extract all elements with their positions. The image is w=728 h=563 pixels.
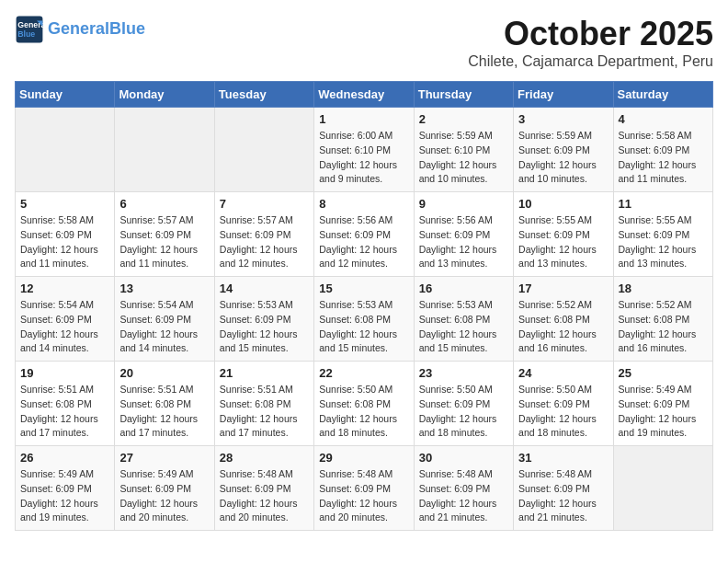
logo: General Blue GeneralBlue xyxy=(15,15,145,44)
day-info: Sunrise: 5:53 AM Sunset: 6:09 PM Dayligh… xyxy=(220,298,309,356)
calendar-day xyxy=(613,446,712,531)
calendar-day: 17Sunrise: 5:52 AM Sunset: 6:08 PM Dayli… xyxy=(514,277,613,362)
day-info: Sunrise: 5:51 AM Sunset: 6:08 PM Dayligh… xyxy=(20,383,109,441)
day-number: 25 xyxy=(619,366,708,380)
col-header-saturday: Saturday xyxy=(613,82,712,108)
calendar-day: 20Sunrise: 5:51 AM Sunset: 6:08 PM Dayli… xyxy=(115,362,214,446)
calendar-day: 3Sunrise: 5:59 AM Sunset: 6:09 PM Daylig… xyxy=(514,108,613,192)
day-info: Sunrise: 5:48 AM Sunset: 6:09 PM Dayligh… xyxy=(220,467,309,525)
calendar-day: 18Sunrise: 5:52 AM Sunset: 6:08 PM Dayli… xyxy=(613,277,712,362)
day-info: Sunrise: 5:49 AM Sunset: 6:09 PM Dayligh… xyxy=(619,383,708,441)
day-info: Sunrise: 6:00 AM Sunset: 6:10 PM Dayligh… xyxy=(319,129,408,187)
calendar-day xyxy=(115,108,214,192)
calendar-day: 15Sunrise: 5:53 AM Sunset: 6:08 PM Dayli… xyxy=(314,277,414,362)
day-number: 17 xyxy=(518,282,608,295)
calendar-week-3: 12Sunrise: 5:54 AM Sunset: 6:09 PM Dayli… xyxy=(16,277,713,362)
calendar-day: 2Sunrise: 5:59 AM Sunset: 6:10 PM Daylig… xyxy=(414,108,513,192)
day-number: 15 xyxy=(319,282,408,295)
logo-icon: General Blue xyxy=(15,15,44,44)
day-info: Sunrise: 5:56 AM Sunset: 6:09 PM Dayligh… xyxy=(419,213,508,271)
col-header-wednesday: Wednesday xyxy=(314,82,414,108)
calendar-day xyxy=(16,108,115,192)
day-info: Sunrise: 5:56 AM Sunset: 6:09 PM Dayligh… xyxy=(319,213,408,271)
day-info: Sunrise: 5:54 AM Sunset: 6:09 PM Dayligh… xyxy=(119,298,209,356)
day-info: Sunrise: 5:59 AM Sunset: 6:10 PM Dayligh… xyxy=(419,129,508,187)
calendar-day: 22Sunrise: 5:50 AM Sunset: 6:08 PM Dayli… xyxy=(314,362,414,446)
calendar-day: 4Sunrise: 5:58 AM Sunset: 6:09 PM Daylig… xyxy=(613,108,712,192)
day-number: 9 xyxy=(419,197,508,211)
col-header-tuesday: Tuesday xyxy=(214,82,313,108)
day-number: 1 xyxy=(319,112,408,126)
day-info: Sunrise: 5:50 AM Sunset: 6:09 PM Dayligh… xyxy=(419,383,508,441)
col-header-monday: Monday xyxy=(115,82,214,108)
logo-line1: General xyxy=(48,19,109,38)
calendar-day: 29Sunrise: 5:48 AM Sunset: 6:09 PM Dayli… xyxy=(314,446,414,531)
day-number: 12 xyxy=(20,282,109,295)
day-info: Sunrise: 5:50 AM Sunset: 6:08 PM Dayligh… xyxy=(319,383,408,441)
day-info: Sunrise: 5:52 AM Sunset: 6:08 PM Dayligh… xyxy=(619,298,708,356)
calendar-day: 10Sunrise: 5:55 AM Sunset: 6:09 PM Dayli… xyxy=(514,192,613,277)
day-number: 3 xyxy=(518,112,608,126)
day-info: Sunrise: 5:59 AM Sunset: 6:09 PM Dayligh… xyxy=(518,129,608,187)
page-header: General Blue GeneralBlue October 2025 Ch… xyxy=(15,15,713,70)
calendar-day xyxy=(214,108,313,192)
calendar-week-2: 5Sunrise: 5:58 AM Sunset: 6:09 PM Daylig… xyxy=(16,192,713,277)
day-number: 20 xyxy=(119,366,209,380)
day-info: Sunrise: 5:51 AM Sunset: 6:08 PM Dayligh… xyxy=(119,383,209,441)
logo-text: GeneralBlue xyxy=(48,20,145,39)
calendar-week-1: 1Sunrise: 6:00 AM Sunset: 6:10 PM Daylig… xyxy=(16,108,713,192)
calendar-table: SundayMondayTuesdayWednesdayThursdayFrid… xyxy=(15,81,713,531)
calendar-day: 14Sunrise: 5:53 AM Sunset: 6:09 PM Dayli… xyxy=(214,277,313,362)
calendar-day: 8Sunrise: 5:56 AM Sunset: 6:09 PM Daylig… xyxy=(314,192,414,277)
calendar-subtitle: Chilete, Cajamarca Department, Peru xyxy=(468,53,713,70)
day-number: 21 xyxy=(220,366,309,380)
day-info: Sunrise: 5:48 AM Sunset: 6:09 PM Dayligh… xyxy=(419,467,508,525)
col-header-friday: Friday xyxy=(514,82,613,108)
calendar-day: 13Sunrise: 5:54 AM Sunset: 6:09 PM Dayli… xyxy=(115,277,214,362)
calendar-day: 6Sunrise: 5:57 AM Sunset: 6:09 PM Daylig… xyxy=(115,192,214,277)
day-info: Sunrise: 5:49 AM Sunset: 6:09 PM Dayligh… xyxy=(119,467,209,525)
calendar-week-4: 19Sunrise: 5:51 AM Sunset: 6:08 PM Dayli… xyxy=(16,362,713,446)
calendar-day: 12Sunrise: 5:54 AM Sunset: 6:09 PM Dayli… xyxy=(16,277,115,362)
day-info: Sunrise: 5:54 AM Sunset: 6:09 PM Dayligh… xyxy=(20,298,109,356)
day-info: Sunrise: 5:55 AM Sunset: 6:09 PM Dayligh… xyxy=(619,213,708,271)
calendar-day: 26Sunrise: 5:49 AM Sunset: 6:09 PM Dayli… xyxy=(16,446,115,531)
calendar-week-5: 26Sunrise: 5:49 AM Sunset: 6:09 PM Dayli… xyxy=(16,446,713,531)
day-info: Sunrise: 5:58 AM Sunset: 6:09 PM Dayligh… xyxy=(20,213,109,271)
day-number: 13 xyxy=(119,282,209,295)
day-info: Sunrise: 5:53 AM Sunset: 6:08 PM Dayligh… xyxy=(419,298,508,356)
day-number: 28 xyxy=(220,451,309,465)
day-number: 26 xyxy=(20,451,109,465)
day-info: Sunrise: 5:57 AM Sunset: 6:09 PM Dayligh… xyxy=(119,213,209,271)
day-number: 30 xyxy=(419,451,508,465)
calendar-day: 19Sunrise: 5:51 AM Sunset: 6:08 PM Dayli… xyxy=(16,362,115,446)
calendar-title: October 2025 xyxy=(468,15,713,53)
day-number: 7 xyxy=(220,197,309,211)
day-info: Sunrise: 5:52 AM Sunset: 6:08 PM Dayligh… xyxy=(518,298,608,356)
title-block: October 2025 Chilete, Cajamarca Departme… xyxy=(468,15,713,70)
calendar-day: 1Sunrise: 6:00 AM Sunset: 6:10 PM Daylig… xyxy=(314,108,414,192)
day-info: Sunrise: 5:48 AM Sunset: 6:09 PM Dayligh… xyxy=(319,467,408,525)
day-info: Sunrise: 5:49 AM Sunset: 6:09 PM Dayligh… xyxy=(20,467,109,525)
day-number: 4 xyxy=(619,112,708,126)
day-number: 31 xyxy=(518,451,608,465)
day-number: 18 xyxy=(619,282,708,295)
day-number: 19 xyxy=(20,366,109,380)
day-number: 8 xyxy=(319,197,408,211)
calendar-day: 9Sunrise: 5:56 AM Sunset: 6:09 PM Daylig… xyxy=(414,192,513,277)
day-number: 5 xyxy=(20,197,109,211)
calendar-day: 21Sunrise: 5:51 AM Sunset: 6:08 PM Dayli… xyxy=(214,362,313,446)
calendar-day: 16Sunrise: 5:53 AM Sunset: 6:08 PM Dayli… xyxy=(414,277,513,362)
calendar-day: 30Sunrise: 5:48 AM Sunset: 6:09 PM Dayli… xyxy=(414,446,513,531)
day-info: Sunrise: 5:53 AM Sunset: 6:08 PM Dayligh… xyxy=(319,298,408,356)
svg-text:Blue: Blue xyxy=(17,29,35,39)
day-number: 29 xyxy=(319,451,408,465)
day-number: 24 xyxy=(518,366,608,380)
calendar-day: 23Sunrise: 5:50 AM Sunset: 6:09 PM Dayli… xyxy=(414,362,513,446)
logo-line2: Blue xyxy=(109,19,145,38)
calendar-day: 31Sunrise: 5:48 AM Sunset: 6:09 PM Dayli… xyxy=(514,446,613,531)
day-number: 23 xyxy=(419,366,508,380)
calendar-day: 25Sunrise: 5:49 AM Sunset: 6:09 PM Dayli… xyxy=(613,362,712,446)
calendar-day: 27Sunrise: 5:49 AM Sunset: 6:09 PM Dayli… xyxy=(115,446,214,531)
calendar-day: 11Sunrise: 5:55 AM Sunset: 6:09 PM Dayli… xyxy=(613,192,712,277)
